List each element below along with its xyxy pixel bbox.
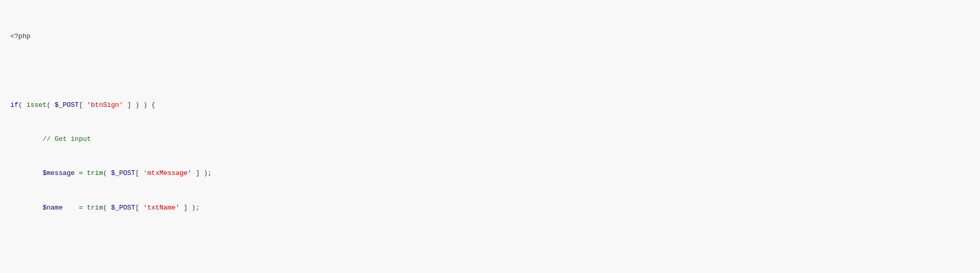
line-7	[10, 236, 970, 248]
line-1: <?php	[10, 31, 970, 42]
line-4: // Get input	[10, 134, 970, 145]
line-5: $message = trim( $_POST[ 'mtxMessage' ] …	[10, 168, 970, 179]
line-6: $name = trim( $_POST[ 'txtName' ] );	[10, 202, 970, 214]
code-editor: <?php if( isset( $_POST[ 'btnSign' ] ) )…	[0, 0, 980, 273]
line-2	[10, 65, 970, 76]
line-8: // Sanitize message input	[10, 270, 970, 273]
line-3: if( isset( $_POST[ 'btnSign' ] ) ) {	[10, 100, 970, 111]
